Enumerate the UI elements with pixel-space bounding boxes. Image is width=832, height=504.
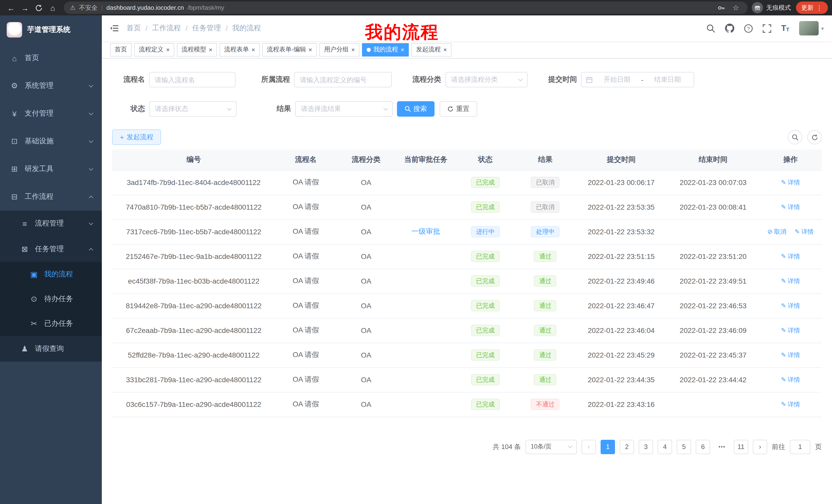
chevron-up-icon [89, 248, 93, 253]
submit-time-range-picker[interactable]: 开始日期 - 结束日期 [581, 72, 694, 87]
breadcrumb-separator: / [186, 24, 188, 32]
more-pages-icon[interactable]: ••• [715, 440, 729, 454]
detail-link[interactable]: ✎详情 [781, 375, 800, 384]
cell-end-time [667, 219, 759, 244]
password-key-icon[interactable] [715, 4, 727, 11]
sidebar-item-pending-tasks[interactable]: ⊙ 待办任务 [0, 287, 102, 311]
end-date-placeholder[interactable]: 结束日期 [645, 75, 690, 84]
page-button-5[interactable]: 5 [677, 440, 691, 454]
start-date-placeholder[interactable]: 开始日期 [595, 75, 639, 84]
tab-process-form[interactable]: 流程表单 × [219, 43, 260, 56]
close-icon[interactable]: × [400, 47, 404, 53]
page-button-11[interactable]: 11 [734, 440, 748, 454]
close-icon[interactable]: × [166, 47, 170, 53]
initiate-process-button[interactable]: + 发起流程 [112, 130, 161, 145]
status-select[interactable]: 请选择状态 [149, 101, 237, 117]
tab-home[interactable]: 首页 [110, 43, 132, 56]
github-icon[interactable] [725, 24, 734, 33]
browser-update-button[interactable]: 更新 ⋮ [796, 2, 828, 14]
fullscreen-icon[interactable] [762, 24, 771, 33]
breadcrumb-item-workflow[interactable]: 工作流程 [152, 24, 181, 33]
page-size-select[interactable]: 10条/页 [525, 440, 577, 454]
process-table: 编号 流程名 流程分类 当前审批任务 状态 结果 提交时间 结束时间 操作 [112, 149, 822, 417]
cancel-link[interactable]: ⊘取消 [767, 228, 786, 236]
show-search-toggle-icon[interactable] [788, 130, 802, 144]
tab-process-form-edit[interactable]: 流程表单-编辑 × [262, 43, 317, 56]
detail-link[interactable]: ✎详情 [781, 302, 800, 310]
not-secure-icon: ⚠ [70, 4, 76, 11]
page-button-1[interactable]: 1 [601, 440, 615, 454]
sidebar-item-payment[interactable]: ¥ 支付管理 [0, 100, 102, 128]
current-task-link[interactable]: 一级审批 [411, 227, 440, 235]
detail-link[interactable]: ✎详情 [781, 400, 800, 409]
result-select[interactable]: 请选择流结果 [295, 101, 393, 117]
cell-category: OA [336, 318, 396, 343]
reload-icon[interactable] [32, 2, 46, 14]
tab-process-model[interactable]: 流程模型 × [177, 43, 217, 56]
sidebar-item-system[interactable]: ⚙ 系统管理 [0, 72, 102, 100]
process-category-select[interactable]: 请选择流程分类 [445, 72, 527, 87]
close-icon[interactable]: × [351, 47, 355, 53]
page-button-6[interactable]: 6 [696, 440, 710, 454]
address-bar[interactable]: ⚠ 不安全 | dashboard.yudao.iocoder.cn/bpm/t… [64, 2, 748, 14]
close-icon[interactable]: × [252, 47, 255, 53]
next-page-button[interactable]: › [753, 440, 767, 454]
filter-process-definition: 所属流程 [246, 72, 392, 87]
sidebar-item-my-process[interactable]: ▣ 我的流程 [0, 262, 102, 287]
bookmark-star-icon[interactable]: ☆ [730, 4, 742, 12]
sidebar-item-workflow[interactable]: ⊟ 工作流程 [0, 183, 102, 211]
sidebar-item-process-management[interactable]: ≡ 流程管理 [0, 211, 102, 236]
font-size-icon[interactable]: TT [781, 24, 789, 32]
page-button-4[interactable]: 4 [658, 440, 672, 454]
status-badge: 进行中 [471, 226, 500, 237]
detail-link[interactable]: ✎详情 [781, 203, 800, 212]
sidebar-toggle-icon[interactable] [110, 24, 119, 33]
cell-submit-time: 2022-01-22 23:44:35 [575, 367, 667, 392]
detail-link[interactable]: ✎详情 [781, 178, 800, 187]
page-button-2[interactable]: 2 [620, 440, 634, 454]
cell-name: OA 请假 [275, 195, 336, 219]
help-icon[interactable]: ? [744, 24, 753, 33]
sidebar-item-task-management[interactable]: ⊠ 任务管理 [0, 236, 102, 262]
close-icon[interactable]: × [443, 47, 447, 53]
browser-menu-dots-icon[interactable]: ⋮ [816, 4, 823, 11]
close-icon[interactable]: × [309, 47, 312, 53]
refresh-table-icon[interactable] [807, 130, 822, 144]
sidebar-item-home[interactable]: ⌂ 首页 [0, 44, 102, 72]
detail-link[interactable]: ✎详情 [781, 277, 800, 286]
sidebar-logo[interactable]: 芋道管理系统 [0, 16, 102, 44]
table-row: 52ffd28e-7b9a-11ec-a290-acde48001122 OA … [112, 343, 822, 367]
forward-icon[interactable]: → [18, 2, 32, 14]
goto-page-input[interactable] [790, 440, 810, 454]
grid-icon: ⊠ [20, 245, 30, 254]
result-badge: 通过 [534, 300, 557, 311]
process-name-input[interactable] [149, 72, 235, 87]
user-avatar-menu[interactable]: ▾ [799, 21, 824, 35]
page-button-3[interactable]: 3 [639, 440, 653, 454]
tab-my-process-active[interactable]: 我的流程 × [362, 43, 409, 56]
sidebar-item-leave-query[interactable]: ♟ 请假查询 [0, 336, 102, 362]
detail-link[interactable]: ✎详情 [781, 326, 800, 335]
prev-page-button[interactable]: ‹ [581, 440, 596, 454]
search-button[interactable]: 搜索 [397, 101, 435, 117]
reset-button[interactable]: 重置 [440, 101, 477, 117]
incognito-profile-badge[interactable]: 无痕模式 [752, 2, 791, 13]
breadcrumb-item-home[interactable]: 首页 [127, 24, 141, 33]
cell-id: 331bc281-7b9a-11ec-a290-acde48001122 [112, 367, 275, 392]
cell-id: 7317cec6-7b9b-11ec-b5b7-acde48001122 [112, 219, 275, 244]
detail-link[interactable]: ✎详情 [795, 228, 813, 236]
home-icon[interactable]: ⌂ [46, 2, 60, 14]
detail-link[interactable]: ✎详情 [781, 351, 800, 360]
detail-link[interactable]: ✎详情 [781, 252, 800, 261]
sidebar-item-dev-tools[interactable]: ⊞ 研发工具 [0, 155, 102, 183]
sidebar-item-done-tasks[interactable]: ✂ 已办任务 [0, 311, 102, 336]
tab-process-definition[interactable]: 流程定义 × [134, 43, 174, 56]
process-definition-input[interactable] [294, 72, 392, 87]
tab-initiate-process[interactable]: 发起流程 × [411, 43, 451, 56]
breadcrumb-item-task-management[interactable]: 任务管理 [192, 24, 221, 33]
tab-user-group[interactable]: 用户分组 × [319, 43, 359, 56]
back-icon[interactable]: ← [4, 2, 18, 14]
search-icon[interactable] [706, 24, 715, 33]
close-icon[interactable]: × [209, 47, 212, 53]
sidebar-item-infrastructure[interactable]: ⊡ 基础设施 [0, 128, 102, 155]
